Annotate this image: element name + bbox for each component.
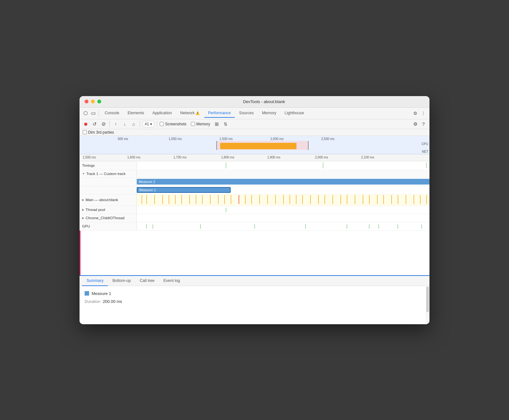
measure1-content[interactable]: Measure 1 <box>137 186 429 194</box>
flame-18 <box>267 195 268 204</box>
sep3 <box>140 121 140 127</box>
measure2-content[interactable]: Measure 2 <box>137 178 429 186</box>
tab-console[interactable]: Console <box>101 109 123 118</box>
flame-19 <box>275 195 276 204</box>
tab-lighthouse[interactable]: Lighthouse <box>281 109 308 118</box>
main-thread-label[interactable]: ▶ Main — about:blank <box>80 194 137 206</box>
green-tick-3 <box>426 163 427 168</box>
thread-pool-row[interactable]: ▶ Thread pool <box>80 206 429 214</box>
ruler-2500ms: 2,500 ms <box>321 137 334 141</box>
gpu-tick-1 <box>146 224 147 229</box>
tick-1500: 1,500 ms <box>83 156 96 159</box>
download-icon[interactable]: ↓ <box>121 121 128 128</box>
close-button[interactable] <box>85 100 88 103</box>
tab-event-log[interactable]: Event log <box>159 276 185 286</box>
gpu-row[interactable]: GPU <box>80 222 429 231</box>
flame-39 <box>420 195 421 204</box>
tab-application[interactable]: Application <box>149 109 176 118</box>
measure1-bar[interactable]: Measure 1 <box>137 187 231 193</box>
gpu-tick-5 <box>305 224 306 229</box>
main-thread-row[interactable]: ▶ Main — about:blank <box>80 194 429 206</box>
network-warning-icon: ⚠️ <box>195 111 200 115</box>
custom-track-content <box>137 170 429 178</box>
main-thread-content[interactable] <box>137 194 429 206</box>
cpu-activity <box>220 143 296 149</box>
tab-network[interactable]: Network⚠️ <box>176 109 204 118</box>
tab-summary[interactable]: Summary <box>82 276 108 286</box>
flame-27 <box>332 195 333 204</box>
gpu-tick-7 <box>369 224 369 229</box>
sep1 <box>99 110 99 116</box>
ruler-1000ms: 1,000 ms <box>169 137 182 141</box>
flame-34 <box>383 195 384 204</box>
flame-9 <box>196 195 196 204</box>
tick-1700: 1,700 ms <box>173 156 186 159</box>
ruler-2000ms: 2,000 ms <box>270 137 283 141</box>
dim-parties-checkbox[interactable]: Dim 3rd parties <box>83 130 114 135</box>
gpu-content <box>137 222 429 231</box>
child-io-label[interactable]: ▶ Chrome_ChildIOThread <box>80 214 137 222</box>
flame-20 <box>283 195 284 204</box>
flame-2 <box>146 195 147 204</box>
scrollbar-thumb[interactable] <box>426 287 429 312</box>
screenshots-checkbox[interactable]: Screenshots <box>160 122 186 126</box>
inspect-icon[interactable]: ⬡ <box>82 110 89 117</box>
tab-call-tree[interactable]: Call tree <box>135 276 159 286</box>
memory-checkbox[interactable]: Memory <box>191 122 210 126</box>
flame-29 <box>347 195 347 204</box>
settings-icon[interactable]: ⚙ <box>412 110 419 117</box>
timings-label[interactable]: Timings <box>80 161 137 170</box>
ruler-500ms: 500 ms <box>118 137 128 141</box>
clear-icon[interactable]: ⊘ <box>100 121 107 128</box>
scrollbar-track[interactable] <box>426 286 429 324</box>
tick-1900: 1,900 ms <box>267 156 280 159</box>
flame-36 <box>398 195 398 204</box>
timings-row: Timings <box>80 161 429 170</box>
measure2-bar[interactable]: Measure 2 <box>137 179 429 185</box>
network-conditions-icon[interactable]: ⊞ <box>213 121 220 128</box>
tab-sources[interactable]: Sources <box>235 109 258 118</box>
selection-range[interactable] <box>216 141 309 150</box>
custom-track-label[interactable]: ▼ Track 1 — Custom track <box>80 170 137 178</box>
gpu-tick-4 <box>254 224 255 229</box>
tab-bar: ⬡ ▭ Console Elements Application Network… <box>80 108 429 119</box>
measure2-row[interactable]: Measure 2 <box>80 178 429 186</box>
upload-icon[interactable]: ↑ <box>112 121 119 128</box>
tab-performance[interactable]: Performance <box>204 109 235 118</box>
profile-dropdown[interactable]: #1 ▾ <box>143 121 154 127</box>
help-icon[interactable]: ? <box>420 121 427 128</box>
more-icon[interactable]: ⋮ <box>420 110 427 117</box>
flame-3 <box>154 195 155 204</box>
timeline-main: 1,500 ms 1,600 ms 1,700 ms 1,800 ms 1,90… <box>80 154 429 275</box>
maximize-button[interactable] <box>97 100 101 103</box>
measure-item: Measure 1 <box>85 291 424 296</box>
main-expand-icon: ▶ <box>82 198 84 201</box>
flame-10 <box>202 195 203 204</box>
reload-record-icon[interactable]: ↺ <box>91 121 98 128</box>
home-icon[interactable]: ⌂ <box>130 121 137 128</box>
measure2-label <box>80 178 137 186</box>
record-icon[interactable]: ⏺ <box>82 121 89 128</box>
sync-icon[interactable]: ⇅ <box>222 121 229 128</box>
tab-bottom-up[interactable]: Bottom-up <box>108 276 135 286</box>
dim-parties-bar: Dim 3rd parties <box>80 129 429 136</box>
timings-content <box>137 161 429 170</box>
tab-elements[interactable]: Elements <box>124 109 148 118</box>
tab-memory[interactable]: Memory <box>258 109 280 118</box>
thread-pool-label[interactable]: ▶ Thread pool <box>80 206 137 214</box>
timeline-overview[interactable]: 500 ms 1,000 ms 1,500 ms 2,000 ms 2,500 … <box>80 136 429 154</box>
device-icon[interactable]: ▭ <box>90 110 97 117</box>
child-io-row[interactable]: ▶ Chrome_ChildIOThread <box>80 214 429 222</box>
settings-perf-icon[interactable]: ⚙ <box>412 121 419 128</box>
sep4 <box>157 121 157 127</box>
ruler-1500ms: 1,500 ms <box>220 137 233 141</box>
measure-title: Measure 1 <box>92 291 111 296</box>
measure1-row[interactable]: Measure 1 <box>80 186 429 194</box>
measure1-label <box>80 186 137 194</box>
flame-32 <box>369 195 370 204</box>
gpu-label[interactable]: GPU <box>80 222 137 230</box>
flame-11 <box>210 195 211 204</box>
flame-5 <box>169 195 169 204</box>
minimize-button[interactable] <box>91 100 95 103</box>
devtools-window: DevTools - about:blank ⬡ ▭ Console Eleme… <box>80 96 429 324</box>
